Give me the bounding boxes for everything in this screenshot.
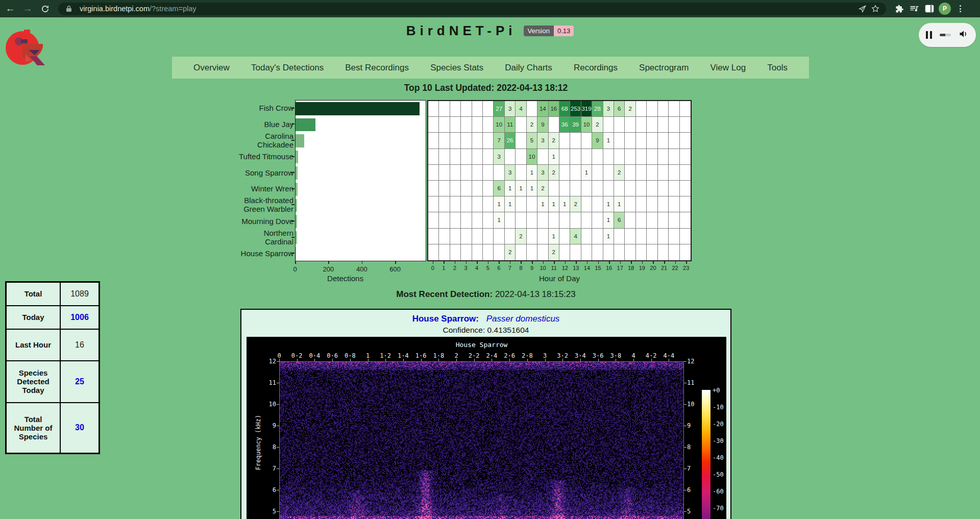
nav-item-overview[interactable]: Overview xyxy=(193,63,230,73)
time-label: 2·8 xyxy=(522,352,533,359)
most-recent-label: Most Recent Detection: xyxy=(396,289,493,299)
freq-tick xyxy=(277,404,279,405)
stats-value[interactable]: 25 xyxy=(60,361,100,403)
hour-label: 18 xyxy=(628,265,634,271)
back-icon[interactable]: ← xyxy=(3,2,17,16)
star-icon[interactable] xyxy=(869,3,882,15)
spectrogram-plot xyxy=(279,361,684,519)
nav-item-spectrogram[interactable]: Spectrogram xyxy=(639,63,689,73)
hour-tick xyxy=(620,261,621,264)
hour-label: 17 xyxy=(617,265,623,271)
freq-label-left: 8 xyxy=(266,443,276,451)
nav-item-daily-charts[interactable]: Daily Charts xyxy=(505,63,552,73)
stats-value[interactable]: 1006 xyxy=(60,306,100,329)
chrome-toolbar: P xyxy=(891,2,968,16)
birdnet-pi-page: ← → virginia.birdnetpi.com/?stream=play xyxy=(0,0,980,519)
media-playlist-icon[interactable] xyxy=(906,2,922,16)
freq-label-right: 7 xyxy=(687,465,691,472)
y-tick xyxy=(291,172,295,173)
heatmap-cell xyxy=(592,149,603,165)
colorbar-label: -40 xyxy=(713,454,724,461)
heatmap-cell xyxy=(647,165,657,181)
hour-tick xyxy=(565,261,566,264)
heatmap-cell xyxy=(647,244,657,260)
x-tick xyxy=(328,261,329,264)
heatmap-cell xyxy=(592,212,603,228)
stats-value[interactable]: 30 xyxy=(60,403,100,454)
heatmap-cell xyxy=(636,196,647,212)
heatmap-cell xyxy=(680,133,691,149)
heatmap-cell xyxy=(669,212,679,228)
heatmap-cell xyxy=(450,165,461,181)
audio-progress-slider[interactable] xyxy=(940,34,951,36)
heatmap-cell xyxy=(614,181,625,196)
most-recent-line: Most Recent Detection: 2022-04-13 18:15:… xyxy=(0,289,972,300)
url-bar[interactable]: virginia.birdnetpi.com/?stream=play xyxy=(58,3,886,15)
audio-player[interactable] xyxy=(919,23,976,47)
heatmap-cell xyxy=(636,133,647,149)
time-label: 0 xyxy=(277,352,281,359)
hour-tick xyxy=(686,261,687,264)
heatmap-cell xyxy=(603,149,614,165)
heatmap-cell: 2 xyxy=(505,244,516,260)
heatmap-cell xyxy=(647,229,657,244)
x-tick xyxy=(395,261,396,264)
reload-icon[interactable] xyxy=(38,2,52,16)
time-label: 1·2 xyxy=(380,352,391,359)
heatmap-cell xyxy=(592,229,603,244)
colorbar-label: -50 xyxy=(713,471,724,478)
colorbar-label: -30 xyxy=(713,437,724,444)
heatmap-cell: 3 xyxy=(603,101,614,117)
heatmap-cell: 11 xyxy=(505,117,516,133)
extensions-icon[interactable] xyxy=(891,2,906,16)
heatmap-cell xyxy=(461,212,472,228)
menu-dots-icon[interactable] xyxy=(952,2,968,16)
volume-icon[interactable] xyxy=(958,29,969,41)
heatmap-cell xyxy=(603,117,614,133)
nav-item-tools[interactable]: Tools xyxy=(767,63,788,73)
hourly-heatmap: 2734141668253319283621011293639102726532… xyxy=(427,100,692,261)
heatmap-cell xyxy=(549,117,559,133)
heatmap-cell xyxy=(428,101,439,117)
detections-bar xyxy=(296,118,315,132)
heatmap-cell: 1 xyxy=(603,229,614,244)
hour-label: 0 xyxy=(431,265,434,271)
heatmap-cell xyxy=(625,117,635,133)
heatmap-cell xyxy=(636,212,647,228)
species-common-link[interactable]: House Sparrow: xyxy=(412,314,479,324)
side-panel-icon[interactable] xyxy=(922,2,937,16)
hour-label: 21 xyxy=(661,265,667,271)
heatmap-cell xyxy=(439,101,450,117)
freq-label-right: 11 xyxy=(687,379,694,386)
time-label: 1·4 xyxy=(398,352,409,359)
freq-tick xyxy=(684,426,687,426)
heatmap-cell: 28 xyxy=(592,101,603,117)
nav-item-view-log[interactable]: View Log xyxy=(710,63,746,73)
detections-bar-panel xyxy=(295,100,426,261)
heatmap-cell xyxy=(450,212,461,228)
heatmap-cell xyxy=(516,212,526,228)
heatmap-cell: 1 xyxy=(516,181,526,196)
time-tick xyxy=(669,359,669,361)
send-icon[interactable] xyxy=(855,3,869,15)
avatar[interactable]: P xyxy=(937,2,952,16)
y-tick xyxy=(291,156,295,157)
x-tick-label: 200 xyxy=(323,265,334,273)
y-tick xyxy=(291,140,295,141)
time-tick xyxy=(297,359,298,361)
heatmap-cell xyxy=(559,133,570,149)
hour-label: 7 xyxy=(508,265,511,271)
heatmap-cell xyxy=(527,212,537,228)
nav-item-recordings[interactable]: Recordings xyxy=(574,63,618,73)
hour-label: 19 xyxy=(639,265,645,271)
forward-icon[interactable]: → xyxy=(20,2,35,16)
heatmap-cell xyxy=(581,244,592,260)
heatmap-cell xyxy=(483,101,494,117)
nav-item-species-stats[interactable]: Species Stats xyxy=(430,63,483,73)
heatmap-cell xyxy=(647,212,657,228)
heatmap-cell xyxy=(658,165,669,181)
nav-item-best-recordings[interactable]: Best Recordings xyxy=(345,63,409,73)
pause-button[interactable] xyxy=(926,31,932,39)
heatmap-cell xyxy=(570,212,581,228)
nav-item-today-s-detections[interactable]: Today's Detections xyxy=(251,63,324,73)
